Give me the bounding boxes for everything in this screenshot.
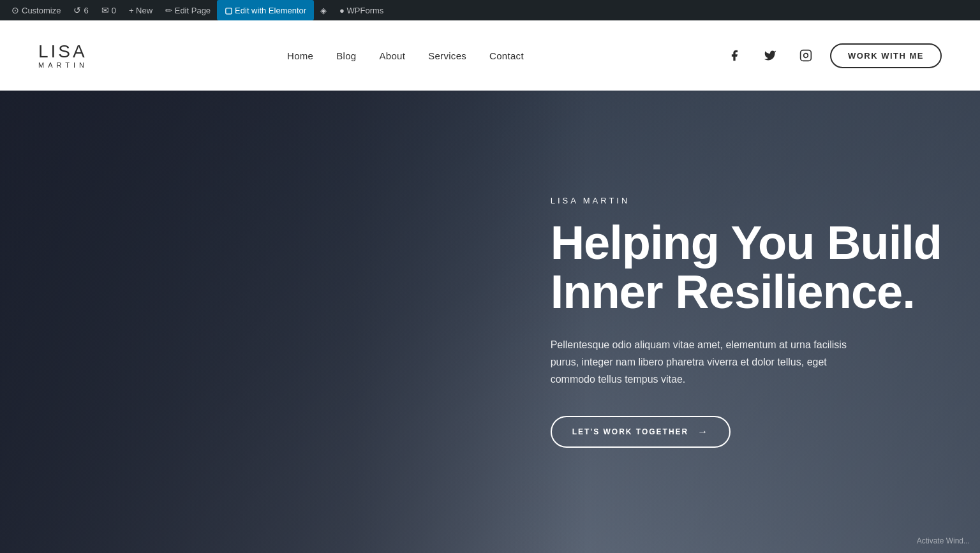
customize-label: Customize	[22, 6, 61, 15]
site-header: LISA MARTIN Home Blog About Services Con…	[0, 20, 980, 91]
new-btn[interactable]: + New	[122, 0, 159, 20]
edit-page-btn[interactable]: ✏ Edit Page	[159, 0, 217, 20]
site-logo[interactable]: LISA MARTIN	[38, 43, 88, 69]
wpforms-btn[interactable]: ● WPForms	[333, 0, 390, 20]
revisions-btn[interactable]: ↺ 6	[67, 0, 94, 20]
hero-heading-line2: Inner Resilience.	[551, 265, 915, 318]
hero-heading: Helping You Build Inner Resilience.	[551, 218, 942, 317]
twitter-icon[interactable]	[759, 44, 782, 67]
activate-watermark: Activate Wind...	[917, 536, 970, 545]
svg-rect-0	[801, 50, 812, 61]
wpforms-label: ● WPForms	[339, 6, 383, 15]
nav-services[interactable]: Services	[428, 50, 466, 61]
vimeo-btn[interactable]: ◈	[314, 0, 333, 20]
revisions-icon: ↺	[73, 5, 81, 15]
comments-icon: ✉	[101, 5, 109, 15]
customize-btn[interactable]: ⊙ Customize	[5, 0, 67, 20]
work-with-me-button[interactable]: WORK WITH ME	[830, 43, 942, 68]
cta-button[interactable]: LET'S WORK TOGETHER →	[551, 416, 731, 448]
elementor-label: Edit with Elementor	[235, 6, 306, 15]
hero-section: LISA MARTIN Helping You Build Inner Resi…	[0, 91, 980, 553]
wp-icon: ⊙	[11, 5, 19, 15]
nav-blog[interactable]: Blog	[336, 50, 356, 61]
hero-eyebrow: LISA MARTIN	[551, 196, 942, 205]
edit-with-elementor-btn[interactable]: ▢ Edit with Elementor	[217, 0, 314, 20]
vimeo-icon: ◈	[320, 6, 327, 15]
hero-subtext: Pellentesque odio aliquam vitae amet, el…	[551, 336, 857, 388]
nav-contact[interactable]: Contact	[489, 50, 524, 61]
new-label: + New	[129, 6, 152, 15]
facebook-icon[interactable]	[723, 44, 746, 67]
revision-count: 6	[84, 6, 88, 15]
nav-about[interactable]: About	[379, 50, 405, 61]
logo-subtitle: MARTIN	[38, 62, 88, 69]
elementor-icon: ▢	[225, 6, 232, 15]
cta-label: LET'S WORK TOGETHER	[572, 427, 689, 436]
nav-home[interactable]: Home	[287, 50, 313, 61]
comments-count: 0	[112, 6, 116, 15]
main-nav: Home Blog About Services Contact	[287, 50, 524, 61]
hero-heading-line1: Helping You Build	[551, 216, 942, 269]
logo-name: LISA	[38, 43, 88, 61]
header-right: WORK WITH ME	[723, 43, 942, 68]
edit-page-label: ✏ Edit Page	[165, 6, 211, 15]
hero-content: LISA MARTIN Helping You Build Inner Resi…	[551, 196, 942, 448]
admin-bar: ⊙ Customize ↺ 6 ✉ 0 + New ✏ Edit Page ▢ …	[0, 0, 980, 20]
cta-arrow-icon: →	[697, 426, 709, 438]
instagram-icon[interactable]	[794, 44, 817, 67]
comments-btn[interactable]: ✉ 0	[95, 0, 122, 20]
